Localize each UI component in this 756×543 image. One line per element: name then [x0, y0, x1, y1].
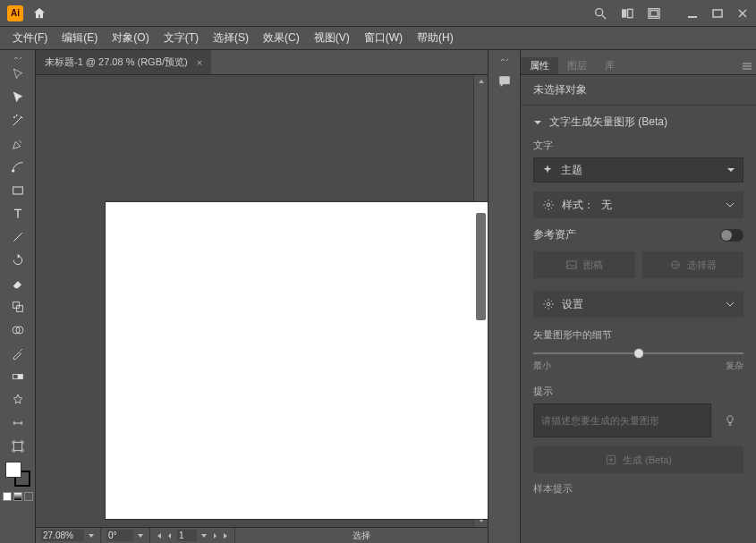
svg-rect-15 [13, 302, 19, 309]
svg-rect-20 [13, 374, 17, 378]
slider-max-label: 复杂 [726, 360, 743, 372]
style-value: 无 [601, 198, 612, 213]
artboard-tool[interactable] [5, 436, 30, 457]
generate-button[interactable]: 生成 (Beta) [533, 446, 743, 473]
type-tool[interactable] [5, 203, 30, 225]
style-row[interactable]: 样式： 无 [533, 191, 743, 218]
gear-icon [542, 199, 555, 211]
detail-slider-thumb[interactable] [633, 348, 644, 359]
dimension-tool[interactable] [5, 412, 30, 434]
tab-libraries[interactable]: 库 [596, 57, 624, 74]
line-tool[interactable] [5, 226, 30, 248]
canvas-viewport[interactable] [36, 75, 473, 527]
text-to-vector-tool[interactable] [5, 389, 30, 411]
last-artboard-icon[interactable] [222, 532, 229, 539]
menu-file[interactable]: 文件(F) [5, 27, 55, 49]
artboard-nav[interactable] [150, 528, 235, 543]
eraser-tool[interactable] [5, 273, 30, 294]
text-label: 文字 [533, 139, 743, 152]
menu-type[interactable]: 文字(T) [157, 27, 206, 49]
status-tool-label: 选择 [353, 530, 370, 542]
sparkle-icon [541, 164, 554, 176]
tab-properties[interactable]: 属性 [521, 57, 558, 74]
next-artboard-icon[interactable] [211, 532, 218, 539]
artboard-index-input[interactable] [177, 530, 197, 541]
shape-builder-tool[interactable] [5, 319, 30, 341]
ref-picker-button[interactable]: 选择器 [642, 251, 744, 278]
style-prefix: 样式： [562, 198, 594, 213]
scrollbar-thumb[interactable] [476, 213, 486, 320]
search-icon[interactable] [593, 6, 607, 21]
document-tab-close[interactable]: × [197, 57, 202, 68]
scale-tool[interactable] [5, 296, 30, 318]
generate-label: 生成 (Beta) [623, 454, 672, 467]
first-artboard-icon[interactable] [156, 532, 163, 539]
rotate-tool[interactable] [5, 250, 30, 271]
direct-selection-tool[interactable] [5, 87, 30, 108]
ref-assets-toggle[interactable] [720, 229, 743, 242]
vertical-scrollbar[interactable] [473, 75, 488, 527]
maximize-button[interactable] [711, 7, 724, 20]
gradient-tool[interactable] [5, 366, 30, 387]
detail-label: 矢量图形中的细节 [533, 328, 743, 342]
artboard[interactable] [106, 202, 488, 519]
prev-artboard-icon[interactable] [166, 532, 174, 539]
magic-wand-tool[interactable] [5, 110, 30, 132]
panel-menu-icon[interactable] [738, 57, 756, 74]
menu-help[interactable]: 帮助(H) [410, 27, 461, 49]
zoom-input[interactable] [41, 530, 84, 541]
svg-point-0 [596, 8, 603, 15]
home-icon[interactable] [32, 6, 47, 21]
no-selection-label: 未选择对象 [533, 82, 743, 98]
zoom-dropdown-icon[interactable] [88, 532, 95, 539]
ref-image-button[interactable]: 图稿 [533, 251, 635, 278]
artboard-dropdown-icon[interactable] [200, 532, 208, 539]
gear-icon [542, 298, 555, 310]
arrange-documents-icon[interactable] [647, 6, 661, 21]
status-bar: 选择 [36, 527, 488, 543]
scroll-up-arrow[interactable] [474, 75, 488, 88]
svg-line-1 [602, 15, 606, 19]
rotate-input[interactable] [106, 530, 133, 541]
svg-point-10 [13, 116, 14, 117]
selection-tool[interactable] [5, 64, 30, 85]
workspace-switcher-icon[interactable] [620, 6, 634, 21]
tab-layers[interactable]: 图层 [558, 57, 596, 74]
curvature-tool[interactable] [5, 157, 30, 178]
prompt-input[interactable] [533, 403, 711, 437]
svg-rect-13 [13, 187, 22, 194]
color-mode-gradient[interactable] [13, 492, 22, 501]
menu-object[interactable]: 对象(O) [105, 27, 156, 49]
properties-panel: 属性 图层 库 未选择对象 文字生成矢量图形 (Beta) 文字 [521, 50, 756, 543]
eyedropper-tool[interactable] [5, 343, 30, 364]
menu-effect[interactable]: 效果(C) [256, 27, 307, 49]
close-button[interactable] [736, 7, 749, 20]
midstrip-expand-handle[interactable] [488, 55, 520, 64]
menu-view[interactable]: 视图(V) [307, 27, 357, 49]
comments-panel-icon[interactable] [492, 71, 517, 92]
menu-window[interactable]: 窗口(W) [357, 27, 410, 49]
document-tab[interactable]: 未标题-1 @ 27.08 % (RGB/预览) × [36, 50, 211, 74]
fill-stroke-swatch[interactable] [5, 462, 30, 487]
pen-tool[interactable] [5, 133, 30, 155]
subject-dropdown[interactable]: 主题 [533, 157, 743, 182]
menu-edit[interactable]: 编辑(E) [55, 27, 105, 49]
settings-row[interactable]: 设置 [533, 291, 743, 318]
rotate-dropdown-icon[interactable] [137, 532, 144, 539]
color-mode-solid[interactable] [3, 492, 12, 501]
tools-expand-handle[interactable] [0, 54, 35, 63]
slider-min-label: 最小 [533, 360, 551, 372]
detail-slider[interactable] [533, 352, 743, 354]
menu-bar: 文件(F) 编辑(E) 对象(O) 文字(T) 选择(S) 效果(C) 视图(V… [0, 27, 756, 50]
fill-swatch[interactable] [5, 462, 21, 478]
menu-select[interactable]: 选择(S) [206, 27, 256, 49]
minimize-button[interactable] [686, 7, 699, 20]
rectangle-tool[interactable] [5, 180, 30, 201]
text-to-vector-header[interactable]: 文字生成矢量图形 (Beta) [521, 106, 756, 139]
svg-rect-16 [16, 306, 22, 312]
color-mode-none[interactable] [24, 492, 33, 501]
prompt-ideas-button[interactable] [717, 403, 743, 437]
lightbulb-icon [724, 414, 736, 427]
document-area: 未标题-1 @ 27.08 % (RGB/预览) × [36, 50, 488, 543]
svg-point-25 [547, 203, 550, 207]
